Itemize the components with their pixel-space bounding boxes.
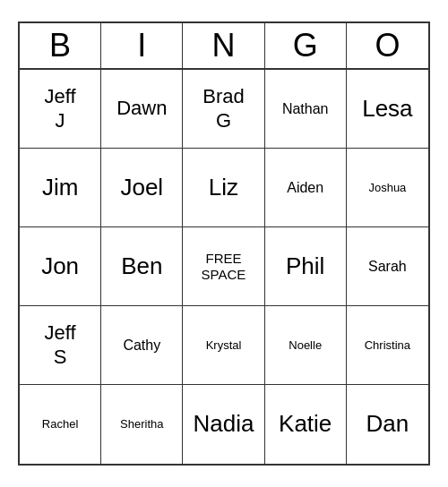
bingo-cell: Joel bbox=[101, 149, 183, 227]
bingo-grid: JeffJDawnBradGNathanLesaJimJoelLizAidenJ… bbox=[20, 70, 428, 464]
bingo-cell: Krystal bbox=[183, 306, 264, 385]
bingo-cell: Noelle bbox=[265, 306, 347, 385]
header-letter: B bbox=[20, 23, 101, 68]
bingo-card: BINGO JeffJDawnBradGNathanLesaJimJoelLiz… bbox=[18, 21, 430, 466]
bingo-cell: Dawn bbox=[101, 70, 183, 149]
header-letter: I bbox=[101, 23, 183, 68]
bingo-cell: Dan bbox=[347, 385, 428, 464]
header-letter: G bbox=[265, 23, 347, 68]
bingo-cell: JeffJ bbox=[20, 70, 101, 149]
bingo-cell: Nadia bbox=[183, 385, 264, 464]
bingo-cell: Phil bbox=[265, 227, 347, 306]
bingo-cell: JeffS bbox=[20, 306, 101, 385]
header-letter: O bbox=[347, 23, 428, 68]
bingo-cell: Jon bbox=[20, 227, 101, 306]
bingo-cell: FREESPACE bbox=[183, 227, 264, 306]
bingo-cell: Jim bbox=[20, 149, 101, 227]
header-letter: N bbox=[183, 23, 264, 68]
bingo-cell: BradG bbox=[183, 70, 264, 149]
bingo-cell: Rachel bbox=[20, 385, 101, 464]
bingo-cell: Liz bbox=[183, 149, 264, 227]
bingo-cell: Aiden bbox=[265, 149, 347, 227]
bingo-cell: Ben bbox=[101, 227, 183, 306]
bingo-cell: Katie bbox=[265, 385, 347, 464]
bingo-cell: Joshua bbox=[347, 149, 428, 227]
bingo-cell: Cathy bbox=[101, 306, 183, 385]
bingo-cell: Sarah bbox=[347, 227, 428, 306]
bingo-header: BINGO bbox=[20, 23, 428, 70]
bingo-cell: Christina bbox=[347, 306, 428, 385]
bingo-cell: Lesa bbox=[347, 70, 428, 149]
bingo-cell: Nathan bbox=[265, 70, 347, 149]
bingo-cell: Sheritha bbox=[101, 385, 183, 464]
